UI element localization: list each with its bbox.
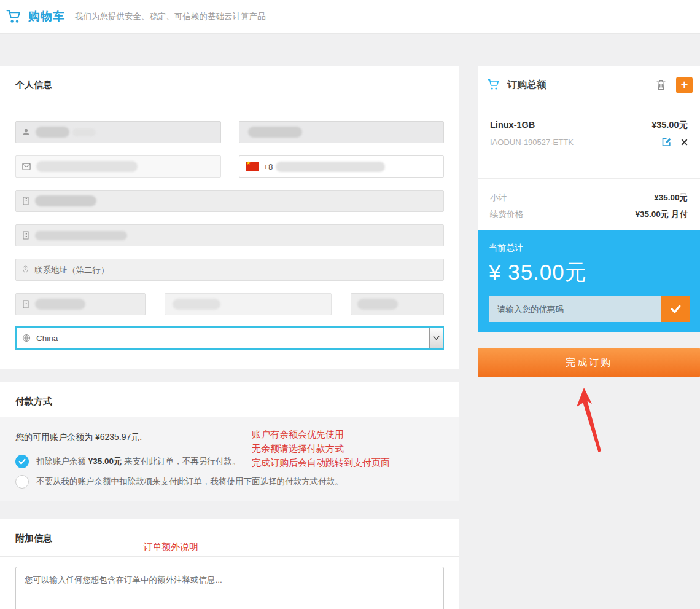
redacted-text [36,161,138,172]
arrow-annotation-icon [571,387,609,456]
coupon-input[interactable] [489,296,661,322]
cart-item: Linux-1GB ¥35.00元 IAODUN-190527-ETTK [478,104,700,178]
envelope-icon [22,163,31,170]
redacted-text [35,195,96,206]
postcode-field[interactable] [351,293,444,315]
select-dropdown-button[interactable] [429,328,443,348]
pay-option-other-label: 不要从我的账户余额中扣除款项来支付此订单，我将使用下面选择的付款方式付款。 [36,476,343,487]
redacted-text [36,127,69,138]
payment-panel: 付款方式 您的可用账户余额为 ¥6235.97元. 扣除账户余额 ¥35.00元… [0,382,459,501]
globe-icon [22,334,31,342]
redacted-text [276,162,385,172]
page-title: 购物车 [28,9,65,25]
cart-logo-icon [5,9,23,25]
order-summary-title: 订购总额 [507,79,546,92]
subtotal-label: 小计 [490,192,507,203]
personal-info-title: 个人信息 [0,66,459,103]
pay-option-balance-label: 扣除账户余额 ¥35.00元 来支付此订单，不再另行付款。 [36,456,240,467]
redacted-text [357,299,398,310]
order-totals: 小计 ¥35.00元 续费价格 ¥35.00元 月付 [478,178,700,230]
product-price: ¥35.00元 [651,119,688,131]
address2-input[interactable] [34,265,437,275]
order-notes-textarea[interactable] [15,567,444,609]
city-field[interactable] [15,293,146,315]
payment-title: 付款方式 [0,382,459,420]
current-total-label: 当前总计 [489,243,689,254]
subtotal-value: ¥35.00元 [654,192,688,203]
additional-info-title: 附加信息 [0,519,459,557]
product-code: IAODUN-190527-ETTK [490,138,574,147]
edit-item-icon[interactable] [661,137,672,147]
first-name-field[interactable] [15,121,221,143]
address2-field[interactable] [15,259,444,281]
pay-option-other[interactable]: 不要从我的账户余额中扣除款项来支付此订单，我将使用下面选择的付款方式付款。 [15,475,444,489]
remove-item-icon[interactable] [681,139,688,146]
last-name-field[interactable] [239,121,444,143]
brand: 购物车 [5,9,65,25]
state-field[interactable] [165,293,332,315]
notes-annotation: 订单额外说明 [140,541,201,553]
personal-info-panel: 个人信息 ★ +8 [0,66,459,369]
empty-cart-button[interactable] [656,79,666,90]
apply-coupon-button[interactable] [661,296,690,322]
redacted-text [173,299,220,310]
order-summary-panel: 订购总额 + Linux-1GB ¥35.00元 IAODUN-190527-E… [478,66,700,332]
current-total-box: 当前总计 ¥ 35.00元 [478,230,700,332]
top-header: 购物车 我们为您提供安全、稳定、可信赖的基础云计算产品 [0,0,700,34]
renewal-price-label: 续费价格 [490,209,523,220]
phone-field[interactable]: ★ +8 [239,155,444,178]
building-icon [22,197,29,205]
radio-checked-icon[interactable] [15,455,29,468]
redacted-text [72,128,96,136]
header-tagline: 我们为您提供安全、稳定、可信赖的基础云计算产品 [75,11,266,22]
map-pin-icon [22,265,29,274]
checkout-page: 购物车 我们为您提供安全、稳定、可信赖的基础云计算产品 个人信息 ★ +8 [0,0,700,609]
redacted-text [35,299,85,310]
company-field[interactable] [15,190,444,212]
payment-annotation: 账户有余额会优先使用 无余额请选择付款方式 完成订购后会自动跳转到支付页面 [252,427,390,470]
complete-order-button[interactable]: 完成订购 [478,348,700,377]
person-icon [22,128,30,136]
renewal-price-value: ¥35.00元 月付 [635,209,688,220]
country-value: China [36,334,58,343]
redacted-text [35,231,127,240]
radio-unchecked-icon[interactable] [15,475,29,489]
chevron-down-icon [433,336,440,340]
product-name: Linux-1GB [490,120,535,130]
payment-body: 您的可用账户余额为 ¥6235.97元. 扣除账户余额 ¥35.00元 来支付此… [0,417,459,501]
email-field[interactable] [15,155,221,178]
cart-icon [486,78,501,92]
current-total-amount: ¥ 35.00元 [489,258,689,287]
redacted-text [248,127,302,138]
check-icon [671,305,681,313]
order-summary-header: 订购总额 + [478,66,700,104]
add-product-button[interactable]: + [676,77,693,93]
building-icon [22,300,29,308]
additional-info-panel: 附加信息 订单额外说明 [0,519,459,609]
building-icon [22,231,29,240]
address1-field[interactable] [15,224,444,246]
country-select[interactable]: China [15,326,444,350]
china-flag-icon: ★ [246,162,259,171]
phone-prefix: +8 [263,162,273,171]
